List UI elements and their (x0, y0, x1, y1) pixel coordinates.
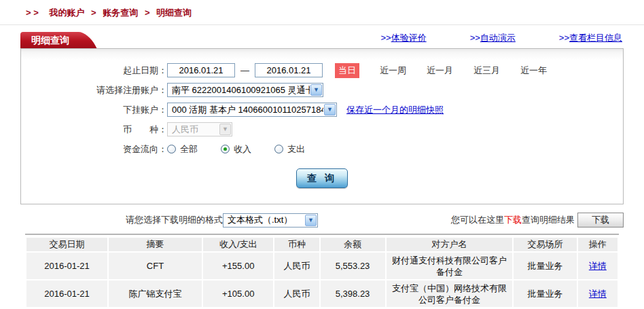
cell-amount: +105.00 (203, 280, 274, 307)
flow-direction-row: 资金流向： 全部 收入 支出 (21, 139, 623, 159)
link-auto-demo[interactable]: >>自动演示 (470, 32, 516, 44)
col-trade-date: 交易日期 (26, 238, 107, 251)
date-range-label: 起止日期： (21, 65, 167, 77)
quick-range-week[interactable]: 近一周 (380, 65, 406, 77)
registered-account-label: 请选择注册账户： (21, 84, 167, 96)
link-view-column-info[interactable]: >>查看栏目信息 (559, 32, 622, 44)
download-format-select[interactable]: 文本格式（.txt） ▼ (223, 213, 318, 228)
cell-amount: +155.00 (203, 253, 274, 279)
cell-counterparty: 财付通支付科技有限公司客户备付金 (387, 253, 513, 279)
cell-action: 详情 (578, 253, 618, 279)
radio-icon (274, 145, 283, 153)
cell-date: 2016-01-21 (26, 280, 107, 307)
sub-account-row: 下挂账户： 000 活期 基本户 1406600101102571848 ▼ 保… (21, 100, 623, 120)
cell-balance: 5,398.23 (321, 280, 385, 307)
currency-label: 币 种： (21, 124, 167, 136)
download-button[interactable]: 下载 (577, 213, 624, 228)
cell-action: 详情 (578, 280, 618, 307)
cell-currency: 人民币 (274, 280, 319, 307)
table-row: 2016-01-21 陈广锦支付宝 +105.00 人民币 5,398.23 支… (26, 280, 618, 307)
date-range-row: 起止日期： — 当日 近一周 近一月 近三月 近一年 (21, 60, 623, 80)
tab-detail-query[interactable]: 明细查询 (20, 32, 79, 48)
download-row: 请您选择下载明细的格式 文本格式（.txt） ▼ 您可以在这里下载查询明细结果 … (20, 212, 624, 228)
cell-summary: 陈广锦支付宝 (109, 280, 202, 307)
results-table: 交易日期 摘要 收入/支出 币种 余额 对方户名 交易场所 操作 2016-01… (25, 236, 619, 308)
query-form-panel: 起止日期： — 当日 近一周 近一月 近三月 近一年 请选择注册账户： 南平 6… (20, 48, 624, 204)
chevron-down-icon: ▼ (310, 84, 322, 96)
results-table-wrap: 交易日期 摘要 收入/支出 币种 余额 对方户名 交易场所 操作 2016-01… (25, 234, 619, 308)
download-inline-link[interactable]: 下载 (504, 214, 522, 226)
flow-radio-group: 全部 收入 支出 (167, 143, 305, 156)
table-header-row: 交易日期 摘要 收入/支出 币种 余额 对方户名 交易场所 操作 (26, 238, 618, 251)
cell-date: 2016-01-21 (26, 253, 107, 279)
currency-select: 人民币 ▼ (167, 122, 232, 137)
cell-summary: CFT (109, 253, 202, 279)
header-links: >>体验评价 >>自动演示 >>查看栏目信息 (380, 32, 624, 48)
col-venue: 交易场所 (514, 238, 576, 251)
cell-currency: 人民币 (274, 253, 319, 279)
col-summary: 摘要 (109, 238, 202, 251)
link-experience-rating[interactable]: >>体验评价 (380, 32, 426, 44)
page: > > 我的账户 > 账务查询 > 明细查询 明细查询 >>体验评价 >>自动演… (0, 0, 644, 309)
chevron-down-icon: ▼ (305, 215, 317, 226)
breadcrumb-separator: > (145, 7, 150, 18)
detail-link[interactable]: 详情 (589, 261, 607, 271)
col-currency: 币种 (274, 238, 319, 251)
breadcrumb-item-my-account[interactable]: 我的账户 (49, 7, 84, 18)
chevron-down-icon: ▼ (219, 124, 231, 135)
currency-row: 币 种： 人民币 ▼ (21, 120, 623, 139)
save-monthly-snapshot-link[interactable]: 保存近一个月的明细快照 (346, 104, 444, 116)
radio-checked-icon (221, 145, 230, 153)
registered-account-row: 请选择注册账户： 南平 6222001406100921065 灵通卡 ▼ (21, 80, 623, 100)
breadcrumb-separator: > (91, 7, 96, 18)
quick-range-year[interactable]: 近一年 (520, 65, 547, 77)
col-action: 操作 (578, 238, 618, 251)
quick-range-month[interactable]: 近一月 (427, 65, 453, 77)
cell-counterparty: 支付宝（中国）网络技术有限公司客户备付金 (387, 280, 513, 307)
radio-all[interactable]: 全部 (167, 143, 198, 156)
date-from-input[interactable] (167, 63, 235, 77)
sub-account-label: 下挂账户： (21, 104, 167, 116)
quick-range-today[interactable]: 当日 (335, 63, 359, 78)
flow-direction-label: 资金流向： (21, 143, 167, 156)
breadcrumb-item-account-query[interactable]: 账务查询 (103, 7, 138, 18)
breadcrumb-item-detail-query[interactable]: 明细查询 (156, 7, 192, 18)
col-counterparty: 对方户名 (387, 238, 513, 251)
breadcrumb-prefix: > > (26, 7, 39, 18)
query-button[interactable]: 查 询 (296, 168, 348, 188)
table-row: 2016-01-21 CFT +155.00 人民币 5,553.23 财付通支… (26, 253, 618, 279)
breadcrumb: > > 我的账户 > 账务查询 > 明细查询 (0, 0, 644, 25)
cell-venue: 批量业务 (514, 280, 576, 307)
quick-range-quarter[interactable]: 近三月 (473, 65, 500, 77)
registered-account-select[interactable]: 南平 6222001406100921065 灵通卡 ▼ (167, 83, 323, 97)
detail-link[interactable]: 详情 (589, 289, 607, 299)
sub-account-select[interactable]: 000 活期 基本户 1406600101102571848 ▼ (167, 103, 337, 117)
col-balance: 余额 (321, 238, 385, 251)
query-button-row: 查 询 (21, 168, 623, 188)
cell-venue: 批量业务 (514, 253, 576, 279)
chevron-down-icon: ▼ (324, 104, 336, 115)
quick-range-group: 当日 近一周 近一月 近三月 近一年 (335, 63, 547, 78)
tab-row: 明细查询 >>体验评价 >>自动演示 >>查看栏目信息 (20, 31, 624, 48)
download-format-label: 请您选择下载明细的格式 (126, 214, 223, 226)
download-format: 请您选择下载明细的格式 文本格式（.txt） ▼ (126, 213, 318, 228)
date-dash: — (240, 65, 249, 75)
radio-expense[interactable]: 支出 (274, 143, 305, 156)
cell-balance: 5,553.23 (321, 253, 385, 279)
download-hint: 您可以在这里下载查询明细结果 下载 (451, 213, 624, 228)
radio-income[interactable]: 收入 (221, 143, 251, 156)
date-to-input[interactable] (255, 63, 323, 77)
radio-icon (167, 145, 176, 153)
col-amount: 收入/支出 (203, 238, 274, 251)
